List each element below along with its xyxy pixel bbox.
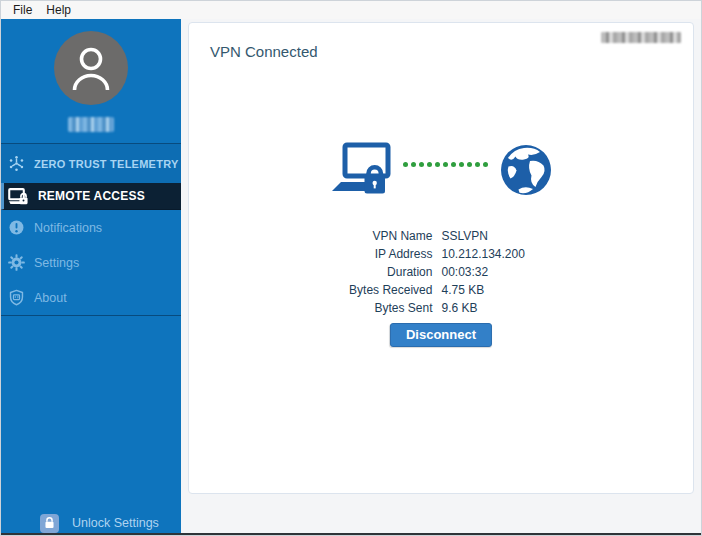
redacted-account-id	[601, 32, 681, 43]
detail-label: IP Address	[349, 245, 441, 263]
detail-label: Bytes Sent	[349, 299, 441, 317]
sidebar-item-notifications[interactable]: Notifications	[0, 210, 181, 245]
sidebar-footer-label: Unlock Settings	[72, 516, 159, 530]
detail-value: SSLVPN	[441, 227, 524, 245]
lock-icon	[40, 514, 59, 533]
main-area: VPN Connected	[181, 19, 702, 533]
detail-label: VPN Name	[349, 227, 441, 245]
detail-label: Bytes Received	[349, 281, 441, 299]
sidebar-item-label: REMOTE ACCESS	[38, 189, 145, 203]
shield-icon	[8, 289, 25, 306]
person-icon	[70, 44, 112, 92]
connection-details: VPN Name SSLVPN IP Address 10.212.134.20…	[189, 227, 693, 317]
sidebar-item-unlock-settings[interactable]: Unlock Settings	[0, 509, 181, 533]
detail-row: Bytes Received 4.75 KB	[349, 281, 525, 299]
sidebar: ZERO TRUST TELEMETRY REMOTE ACCESS Notif…	[0, 19, 181, 533]
sidebar-item-label: Settings	[34, 256, 79, 270]
detail-row: IP Address 10.212.134.200	[349, 245, 525, 263]
gear-icon	[8, 254, 25, 271]
laptop-lock-icon	[330, 142, 392, 198]
divider	[0, 315, 181, 316]
remote-desktop-lock-icon	[8, 188, 29, 205]
dotted-connection-line	[403, 162, 488, 167]
detail-value: 4.75 KB	[441, 281, 524, 299]
detail-row: Duration 00:03:32	[349, 263, 525, 281]
sidebar-nav: ZERO TRUST TELEMETRY REMOTE ACCESS Notif…	[0, 143, 181, 316]
detail-value: 9.6 KB	[441, 299, 524, 317]
exclamation-circle-icon	[8, 219, 25, 236]
menu-bar: File Help	[0, 0, 702, 19]
detail-label: Duration	[349, 263, 441, 281]
content-card: VPN Connected	[188, 22, 694, 494]
sidebar-item-remote-access[interactable]: REMOTE ACCESS	[0, 183, 181, 210]
sidebar-item-about[interactable]: About	[0, 280, 181, 315]
detail-value: 00:03:32	[441, 263, 524, 281]
sidebar-item-label: ZERO TRUST TELEMETRY	[34, 158, 179, 170]
detail-value: 10.212.134.200	[441, 245, 524, 263]
menu-item-file[interactable]: File	[6, 2, 39, 18]
sidebar-item-label: About	[34, 291, 67, 305]
redacted-username	[68, 117, 114, 132]
connection-graphic	[189, 135, 693, 205]
menu-item-help[interactable]: Help	[39, 2, 78, 18]
sidebar-item-label: Notifications	[34, 221, 102, 235]
sidebar-item-settings[interactable]: Settings	[0, 245, 181, 280]
detail-row: Bytes Sent 9.6 KB	[349, 299, 525, 317]
telemetry-icon	[8, 155, 25, 172]
sidebar-item-zero-trust-telemetry[interactable]: ZERO TRUST TELEMETRY	[0, 144, 181, 183]
page-title: VPN Connected	[210, 43, 318, 60]
detail-row: VPN Name SSLVPN	[349, 227, 525, 245]
disconnect-button[interactable]: Disconnect	[390, 323, 492, 347]
avatar	[54, 31, 128, 105]
globe-icon	[499, 143, 553, 197]
